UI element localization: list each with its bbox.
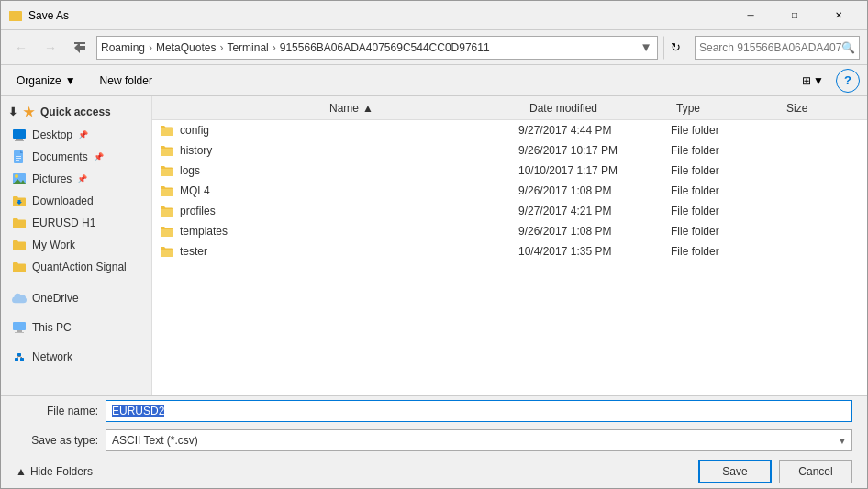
- file-name: history: [180, 144, 212, 157]
- svg-line-22: [19, 356, 22, 358]
- onedrive-label: OneDrive: [32, 292, 79, 305]
- cancel-button[interactable]: Cancel: [779, 460, 852, 483]
- table-row[interactable]: tester 10/4/2017 1:35 PM File folder: [152, 241, 867, 261]
- file-type: File folder: [671, 184, 781, 197]
- filename-input[interactable]: [106, 400, 852, 422]
- pictures-pin-icon: 📌: [77, 174, 87, 183]
- quantaction-label: QuantAction Signal: [32, 261, 127, 273]
- sidebar-item-documents[interactable]: Documents 📌: [1, 146, 151, 168]
- title-bar-text: Save As: [28, 9, 729, 22]
- organize-button[interactable]: Organize ▼: [8, 69, 84, 93]
- file-type: File folder: [671, 205, 781, 217]
- folder-icon: [160, 123, 174, 138]
- file-type: File folder: [671, 225, 781, 238]
- saveas-row: Save as type: ASCII Text (*.csv) ▼: [1, 426, 867, 455]
- main-content: ⬇ ★ Quick access Desktop 📌: [1, 96, 867, 395]
- forward-button[interactable]: →: [38, 35, 63, 61]
- title-bar: Save As ─ □ ✕: [1, 1, 867, 30]
- folder-icon: [160, 204, 174, 218]
- file-date: 10/4/2017 1:35 PM: [518, 245, 665, 258]
- eurusd-folder-icon: [12, 216, 27, 230]
- file-name-cell: logs: [160, 163, 513, 178]
- folder-icon: [160, 183, 174, 198]
- file-date: 10/10/2017 1:17 PM: [518, 164, 665, 177]
- sidebar-item-quantaction[interactable]: QuantAction Signal: [1, 256, 151, 278]
- hide-folders-button[interactable]: ▲ Hide Folders: [16, 465, 691, 478]
- maximize-button[interactable]: □: [773, 1, 816, 30]
- svg-rect-17: [15, 332, 24, 333]
- table-row[interactable]: history 9/26/2017 10:17 PM File folder: [152, 140, 867, 161]
- view-grid-icon: ⊞: [802, 74, 811, 87]
- view-chevron-icon: ▼: [813, 74, 824, 87]
- saveas-select[interactable]: ASCII Text (*.csv): [106, 429, 852, 451]
- help-button[interactable]: ?: [836, 69, 860, 93]
- file-list: Name ▲ Date modified Type Size config 9/…: [152, 96, 867, 395]
- sidebar-quick-access[interactable]: ⬇ ★ Quick access: [1, 100, 151, 124]
- svg-rect-15: [13, 322, 26, 330]
- search-input[interactable]: [699, 41, 841, 54]
- col-size-header[interactable]: Size: [786, 102, 860, 115]
- sidebar-item-eurusd[interactable]: EURUSD H1: [1, 212, 151, 234]
- eurusd-label: EURUSD H1: [32, 217, 95, 229]
- svg-rect-5: [16, 139, 23, 140]
- search-box[interactable]: 🔍: [695, 36, 860, 60]
- table-row[interactable]: profiles 9/27/2017 4:21 PM File folder: [152, 201, 867, 221]
- sort-asc-icon: ▲: [362, 102, 373, 115]
- file-date: 9/27/2017 4:21 PM: [518, 205, 665, 217]
- svg-rect-19: [20, 358, 24, 361]
- sidebar-item-network[interactable]: Network: [1, 346, 151, 368]
- filename-label: File name:: [16, 405, 98, 417]
- sidebar-item-downloaded[interactable]: Downloaded: [1, 190, 151, 212]
- search-icon[interactable]: 🔍: [841, 41, 855, 54]
- file-name-cell: tester: [160, 244, 513, 259]
- col-name-header[interactable]: Name ▲: [160, 102, 529, 115]
- table-row[interactable]: templates 9/26/2017 1:08 PM File folder: [152, 221, 867, 241]
- svg-rect-6: [15, 140, 24, 141]
- file-date: 9/27/2017 4:44 PM: [518, 124, 665, 137]
- address-bar[interactable]: Roaming › MetaQuotes › Terminal › 915566…: [96, 36, 658, 60]
- table-row[interactable]: logs 10/10/2017 1:17 PM File folder: [152, 161, 867, 181]
- documents-icon: [12, 150, 27, 164]
- sidebar-item-onedrive[interactable]: OneDrive: [1, 287, 151, 309]
- col-type-header[interactable]: Type: [676, 102, 786, 115]
- desktop-label: Desktop: [32, 128, 72, 141]
- svg-rect-11: [16, 160, 19, 161]
- view-button[interactable]: ⊞ ▼: [797, 69, 829, 93]
- svg-rect-2: [9, 11, 15, 14]
- svg-rect-16: [17, 330, 22, 332]
- file-name: tester: [180, 245, 207, 258]
- svg-rect-20: [17, 353, 21, 356]
- quick-access-label: Quick access: [40, 106, 111, 118]
- downloaded-label: Downloaded: [32, 194, 94, 207]
- table-row[interactable]: config 9/27/2017 4:44 PM File folder: [152, 120, 867, 140]
- sidebar: ⬇ ★ Quick access Desktop 📌: [1, 96, 152, 395]
- save-button[interactable]: Save: [698, 460, 772, 483]
- file-type: File folder: [671, 245, 781, 258]
- sidebar-item-thispc[interactable]: This PC: [1, 317, 151, 339]
- close-button[interactable]: ✕: [818, 1, 860, 30]
- action-toolbar: Organize ▼ New folder ⊞ ▼ ?: [1, 65, 867, 96]
- minimize-button[interactable]: ─: [729, 1, 772, 30]
- sidebar-item-desktop[interactable]: Desktop 📌: [1, 124, 151, 146]
- onedrive-icon: [12, 291, 27, 306]
- nav-toolbar: ← → Roaming › MetaQuotes › Terminal › 91…: [1, 30, 867, 65]
- folder-icon: [160, 224, 174, 239]
- bread-hash: 915566BA06ADA407569C544CC0D97611: [280, 41, 490, 54]
- sidebar-item-mywork[interactable]: My Work: [1, 234, 151, 256]
- title-bar-icon: [8, 8, 23, 23]
- table-row[interactable]: MQL4 9/26/2017 1:08 PM File folder: [152, 181, 867, 201]
- refresh-button[interactable]: ↻: [663, 36, 687, 60]
- bread-terminal: Terminal: [227, 41, 268, 54]
- file-name-cell: history: [160, 143, 513, 158]
- svg-rect-4: [13, 129, 26, 139]
- new-folder-button[interactable]: New folder: [92, 69, 161, 93]
- address-dropdown-button[interactable]: ▼: [639, 37, 653, 59]
- svg-point-13: [15, 174, 18, 178]
- up-button[interactable]: [67, 35, 93, 61]
- bread-roaming: Roaming: [101, 41, 145, 54]
- sidebar-item-pictures[interactable]: Pictures 📌: [1, 168, 151, 190]
- back-button[interactable]: ←: [8, 35, 34, 61]
- save-as-dialog: Save As ─ □ ✕ ← → Roaming › MetaQuotes ›…: [0, 0, 868, 489]
- col-date-header[interactable]: Date modified: [529, 102, 676, 115]
- svg-rect-1: [9, 13, 22, 21]
